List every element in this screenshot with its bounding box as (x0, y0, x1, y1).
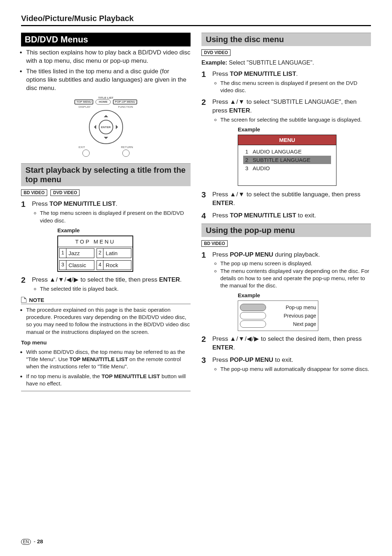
page-title: Video/Picture/Music Playback (21, 14, 371, 26)
top-menu-example: TOP MENU 1Jazz 2Latin 3Classic 4Rock (57, 236, 133, 272)
top-menu-subhead: Top menu (21, 339, 191, 346)
step-text: . (116, 200, 118, 207)
note-text: If no top menu is available, the (26, 373, 102, 379)
step-sub: The menu contents displayed vary dependi… (220, 267, 371, 290)
step-text: to select the subtitle language, then pr… (245, 191, 360, 198)
cell-num: 2 (97, 249, 104, 258)
step-item: Press POP-UP MENU during playback. The p… (201, 250, 371, 331)
remote-button-home: HOME (95, 99, 111, 105)
cell-text: Rock (103, 261, 131, 270)
step-text: Press (212, 251, 230, 258)
step-text: . (296, 70, 298, 77)
popup-menu-example: Pop-up menu Previous page Next page (238, 301, 318, 331)
divider (21, 391, 191, 391)
dpad-up-icon (104, 113, 108, 117)
step-item: Press TOP MENU/TITLE LIST to exit. (201, 211, 371, 220)
step-bold: ENTER (212, 200, 233, 207)
remote-label-display: DISPLAY (79, 105, 91, 109)
cell-num: 3 (60, 261, 66, 270)
popup-label: Next page (269, 321, 316, 328)
document-icon (21, 297, 26, 303)
popup-button-icon (240, 320, 266, 328)
top-menu-notes: With some BD/DVD discs, the top menu may… (26, 348, 191, 387)
note-list: The procedure explained on this page is … (26, 306, 191, 336)
menu-text: AUDIO (253, 164, 270, 172)
example-intro-bold: Example: (201, 60, 227, 66)
section-heading-start-playback: Start playback by selecting a title from… (21, 163, 191, 186)
steps-list: Press POP-UP MENU during playback. The p… (201, 250, 371, 373)
popup-label: Previous page (269, 312, 316, 320)
format-badges: DVD VIDEO (201, 49, 371, 56)
top-menu-cell: 3Classic (59, 260, 94, 270)
arrows-icon: ▲/▼ (230, 98, 245, 105)
section-heading-disc-menu: Using the disc menu (201, 33, 371, 46)
top-menu-cell: 4Rock (97, 260, 132, 270)
step-text: to select the desired item, then press (259, 335, 362, 342)
step-bold: POP-UP MENU (230, 356, 273, 363)
two-column-layout: BD/DVD Menus This section explains how t… (21, 33, 371, 391)
step-sub: The disc menu screen is displayed if pre… (220, 79, 371, 94)
popup-row: Pop-up menu (240, 304, 316, 311)
step-sub: The pop-up menu will automatically disap… (220, 365, 371, 373)
step-item: Press TOP MENU/TITLE LIST. The disc menu… (201, 70, 371, 94)
intro-list: This section explains how to play back a… (26, 49, 191, 93)
top-menu-title: TOP MENU (58, 236, 132, 247)
step-item: Press POP-UP MENU to exit. The pop-up me… (201, 356, 371, 373)
step-text: to select the title, then press (79, 276, 159, 283)
top-menu-cell: 1Jazz (59, 248, 94, 258)
arrows-icon: ▲/▼/◀/▶ (49, 276, 79, 283)
note-item: With some BD/DVD discs, the top menu may… (26, 348, 191, 371)
step-sub: The top menu screen is displayed if pres… (40, 209, 191, 224)
menu-text: AUDIO LANGUAGE (253, 148, 302, 155)
example-label: Example (238, 291, 371, 299)
step-text: . (250, 107, 252, 114)
arrows-icon: ▲/▼/◀/▶ (230, 335, 259, 342)
badge-bd-video: BD VIDEO (201, 240, 228, 247)
step-text: Press (32, 200, 49, 207)
popup-label: Pop-up menu (269, 304, 316, 311)
dpad-down-icon (104, 137, 108, 141)
intro-item: The titles listed in the top menu and a … (26, 68, 191, 93)
badge-dvd-video: DVD VIDEO (201, 49, 230, 56)
intro-item: This section explains how to play back a… (26, 49, 191, 65)
step-text: . (233, 200, 235, 207)
remote-diagram: TITLE LIST TOP MENU HOME POP-UP MENU DIS… (73, 96, 139, 157)
step-item: Press ▲/▼ to select "SUBTITLE LANGUAGE",… (201, 98, 371, 186)
step-text: . (233, 344, 235, 351)
remote-dpad: ENTER (89, 110, 123, 144)
step-bold: POP-UP MENU (230, 251, 273, 258)
cell-text: Jazz (66, 249, 94, 258)
remote-button-top-menu: TOP MENU (74, 99, 93, 105)
step-bold: ENTER (212, 344, 233, 351)
popup-row: Next page (240, 320, 316, 328)
steps-list: Press TOP MENU/TITLE LIST. The disc menu… (201, 70, 371, 220)
remote-label-exit: EXIT (79, 146, 85, 149)
cell-num: 1 (60, 249, 66, 258)
format-badges: BD VIDEO DVD VIDEO (21, 189, 191, 196)
disc-menu-example: MENU 1AUDIO LANGUAGE 2SUBTITLE LANGUAGE … (238, 135, 336, 186)
remote-label-title-list: TITLE LIST (73, 96, 139, 99)
right-column: Using the disc menu DVD VIDEO Example: S… (201, 33, 371, 391)
section-heading-popup-menu: Using the pop-up menu (201, 224, 371, 237)
step-bold: TOP MENU/TITLE LIST (230, 70, 296, 77)
popup-row: Previous page (240, 312, 316, 319)
step-text: to exit. (296, 212, 316, 219)
page-number: 28 (37, 538, 43, 544)
menu-num: 2 (243, 156, 248, 164)
remote-button-popup-menu: POP-UP MENU (113, 99, 137, 105)
step-text: Press (212, 70, 230, 77)
dpad-left-icon (92, 125, 96, 129)
menu-item: 1AUDIO LANGUAGE (243, 147, 331, 156)
dpad-right-icon (116, 125, 120, 129)
badge-dvd-video: DVD VIDEO (50, 189, 79, 196)
step-text: Press (212, 335, 230, 342)
step-sub: The selected title is played back. (40, 285, 191, 293)
remote-return-button-icon (122, 150, 130, 157)
top-menu-cell: 2Latin (97, 248, 132, 258)
step-item: Press ▲/▼ to select the subtitle languag… (201, 190, 371, 208)
note-item: The procedure explained on this page is … (26, 306, 191, 336)
example-intro-text: Select "SUBTITLE LANGUAGE". (227, 60, 314, 66)
left-column: BD/DVD Menus This section explains how t… (21, 33, 191, 391)
step-item: Press TOP MENU/TITLE LIST. The top menu … (21, 200, 191, 271)
note-bold: TOP MENU/TITLE LIST (102, 373, 160, 379)
